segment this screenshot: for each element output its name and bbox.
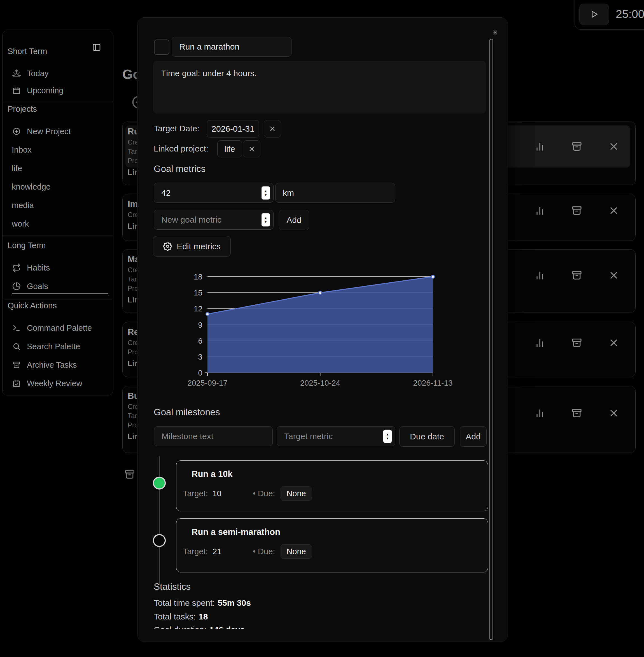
add-metric-button[interactable]: Add (279, 210, 309, 230)
metric-value-input[interactable] (154, 183, 274, 203)
goal-complete-checkbox[interactable] (154, 40, 169, 55)
milestone-metric-field: ▲▼ (277, 426, 395, 446)
milestone-text-input[interactable] (154, 426, 273, 446)
svg-text:0: 0 (198, 368, 203, 377)
number-spinner-icon[interactable]: ▲▼ (383, 430, 392, 443)
stats-button[interactable] (534, 204, 546, 217)
archive-icon (571, 205, 582, 216)
milestone-timeline (159, 456, 160, 585)
delete-button[interactable] (607, 269, 620, 281)
milestone-dot-completed[interactable] (153, 477, 166, 490)
statistic-label: Total tasks: (154, 612, 196, 621)
linked-project-value[interactable]: life (217, 140, 242, 157)
archive-section-icon (124, 469, 135, 480)
metric-value-field: ▲▼ (154, 183, 274, 203)
circle-plus-icon (12, 127, 21, 136)
bar-chart-icon (534, 205, 546, 216)
delete-button[interactable] (607, 204, 620, 217)
sidebar-item-habits[interactable]: Habits (2, 258, 113, 277)
number-spinner-icon[interactable]: ▲▼ (261, 186, 270, 199)
sidebar-item-upcoming[interactable]: Upcoming (2, 81, 113, 100)
modal-scrollbar[interactable] (489, 39, 493, 640)
sidebar-item-label: Weekly Review (27, 379, 82, 388)
target-date-value[interactable]: 2026-01-31 (207, 120, 259, 137)
stats-button[interactable] (534, 269, 546, 281)
clear-target-date-button[interactable] (264, 120, 281, 137)
milestone-card[interactable]: Run a 10kTarget:10•Due:None (176, 460, 488, 512)
stats-button[interactable] (534, 337, 546, 349)
sidebar-section-heading: Quick Actions (7, 298, 57, 313)
sidebar-item-today[interactable]: Today (2, 64, 113, 83)
archive-button[interactable] (571, 269, 583, 281)
sidebar-item-weekly-review[interactable]: Weekly Review (2, 374, 113, 393)
timer-play-button[interactable] (579, 4, 609, 25)
new-metric-input[interactable] (154, 210, 274, 230)
sidebar-item-label: Today (27, 69, 48, 78)
sidebar-item-life[interactable]: life (2, 159, 113, 178)
archive-icon (571, 337, 582, 348)
svg-text:3: 3 (198, 353, 203, 361)
sidebar-item-label: Inbox (12, 145, 32, 155)
milestone-card[interactable]: Run a semi-marathonTarget:21•Due:None (176, 518, 488, 572)
sidebar-item-media[interactable]: media (2, 196, 113, 214)
edit-metrics-button[interactable]: Edit metrics (153, 236, 231, 256)
goal-progress-chart: 03691215182025-09-172025-10-242026-11-13 (181, 269, 441, 387)
sidebar-item-goals[interactable]: Goals (2, 277, 113, 295)
milestone-due-date-button[interactable]: Due date (399, 426, 455, 447)
milestone-target-value: 21 (212, 547, 222, 556)
delete-button[interactable] (607, 407, 620, 419)
delete-button[interactable] (607, 337, 620, 349)
clear-linked-project-button[interactable] (243, 140, 260, 157)
gear-icon (163, 242, 172, 251)
sunrise-icon (12, 69, 21, 77)
sidebar-item-label: Goals (27, 282, 48, 291)
milestone-due-value[interactable]: None (280, 544, 312, 559)
milestone-metric-input[interactable] (277, 426, 395, 446)
milestone-dot-pending[interactable] (153, 534, 166, 547)
pie-icon (12, 282, 21, 290)
archive-button[interactable] (571, 337, 583, 349)
dot-separator: • (253, 489, 256, 498)
sidebar-toggle-icon[interactable] (92, 43, 101, 52)
sidebar-item-new-project[interactable]: New Project (2, 122, 113, 141)
timer-display: 25:00 (616, 4, 644, 24)
close-icon (492, 29, 498, 36)
sidebar-item-label: Search Palette (27, 342, 80, 351)
statistic-row: Total tasks:18 (154, 612, 208, 622)
metric-unit-input[interactable] (275, 183, 395, 203)
sidebar-item-work[interactable]: work (2, 214, 113, 233)
sidebar-item-label: Upcoming (27, 86, 64, 95)
x-icon (608, 337, 619, 348)
modal-close-button[interactable] (491, 28, 499, 37)
archive-button[interactable] (571, 407, 583, 419)
archive-icon (571, 141, 582, 152)
sidebar-item-inbox[interactable]: Inbox (2, 141, 113, 159)
archive-icon (12, 361, 21, 369)
goal-title-input[interactable] (171, 37, 292, 56)
x-icon (608, 270, 619, 281)
sidebar-item-archive-tasks[interactable]: Archive Tasks (2, 356, 113, 374)
number-spinner-icon[interactable]: ▲▼ (261, 213, 270, 226)
calendar-icon (12, 86, 21, 95)
delete-button[interactable] (607, 140, 620, 153)
edit-metrics-label: Edit metrics (177, 242, 221, 251)
sidebar-item-command-palette[interactable]: Command Palette (2, 319, 113, 337)
archive-button[interactable] (571, 204, 583, 217)
sidebar-item-knowledge[interactable]: knowledge (2, 178, 113, 196)
milestone-meta: Target:21•Due:None (183, 543, 312, 560)
goal-card-actions (534, 204, 620, 217)
add-milestone-button[interactable]: Add (460, 426, 487, 447)
milestone-due-value[interactable]: None (280, 486, 312, 501)
archive-icon (571, 270, 582, 281)
archive-button[interactable] (571, 140, 583, 153)
sidebar-item-search-palette[interactable]: Search Palette (2, 337, 113, 356)
stats-button[interactable] (534, 407, 546, 419)
milestone-meta: Target:10•Due:None (183, 485, 312, 502)
statistic-label: Total time spent: (154, 598, 215, 607)
milestone-due-label: Due: (258, 489, 275, 498)
stats-button[interactable] (534, 140, 546, 153)
goal-description-input[interactable]: Time goal: under 4 hours. (153, 61, 486, 113)
archive-icon (571, 407, 582, 419)
x-icon (608, 141, 619, 152)
bar-chart-icon (534, 270, 546, 281)
